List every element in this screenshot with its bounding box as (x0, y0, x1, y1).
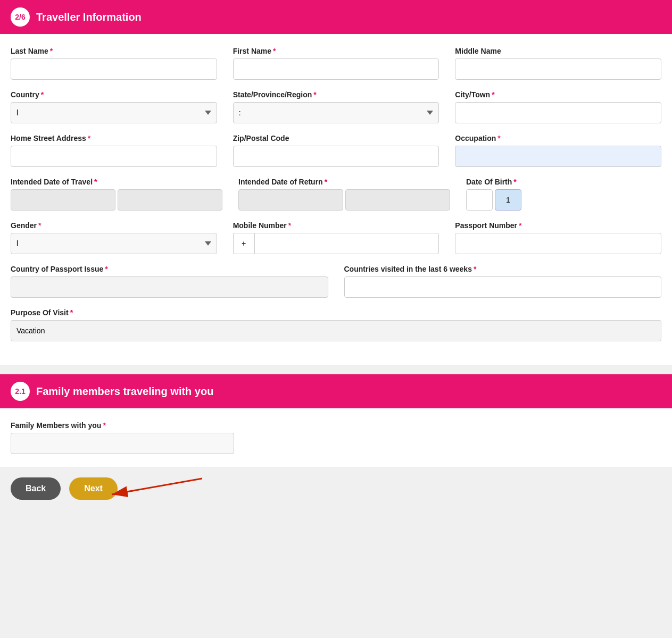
dates-row: Intended Date of Travel* Intended Date o… (11, 178, 661, 211)
state-label: State/Province/Region* (233, 90, 439, 99)
passport-number-required: * (519, 221, 521, 230)
country-label: Country* (11, 90, 217, 99)
return-date-field1[interactable] (238, 189, 343, 211)
gender-label: Gender* (11, 221, 217, 230)
first-name-group: First Name* (233, 47, 439, 80)
passport-country-select[interactable] (11, 276, 328, 298)
mobile-input[interactable] (254, 233, 439, 254)
purpose-select[interactable]: Vacation Business Education Medical (11, 320, 661, 341)
middle-name-input[interactable] (455, 58, 661, 80)
svg-line-1 (112, 478, 202, 494)
occupation-required: * (497, 134, 500, 142)
country-select[interactable]: l (11, 102, 217, 123)
zip-group: Zip/Postal Code (233, 134, 439, 167)
last-name-label: Last Name* (11, 47, 217, 55)
passport-country-group: Country of Passport Issue* (11, 265, 328, 298)
mobile-required: * (288, 221, 291, 230)
return-date-label: Intended Date of Return* (238, 178, 450, 186)
mobile-label: Mobile Number* (233, 221, 439, 230)
passport-number-input[interactable] (455, 233, 661, 254)
address-input[interactable] (11, 146, 217, 167)
step-badge-2-1: 2.1 (11, 382, 30, 401)
next-button-arrow (96, 473, 202, 505)
countries-visited-input[interactable] (344, 276, 662, 298)
traveller-info-form: Last Name* First Name* Middle Name (0, 34, 672, 365)
gender-mobile-row: Gender* l Male Female Other Mobile Numbe… (11, 221, 661, 254)
occupation-input[interactable] (455, 146, 661, 167)
passport-country-label: Country of Passport Issue* (11, 265, 328, 273)
zip-input[interactable] (233, 146, 439, 167)
family-members-group: Family Members with you* 0 1 2 3 4 5+ (11, 421, 234, 454)
gender-group: Gender* l Male Female Other (11, 221, 217, 254)
address-group: Home Street Address* (11, 134, 217, 167)
first-name-input[interactable] (233, 58, 439, 80)
city-label: City/Town* (455, 90, 661, 99)
passport-country-required: * (105, 265, 107, 273)
purpose-required: * (70, 308, 73, 317)
state-required: * (313, 90, 316, 99)
occupation-label: Occupation* (455, 134, 661, 142)
passport-number-group: Passport Number* (455, 221, 661, 254)
zip-label: Zip/Postal Code (233, 134, 439, 142)
family-header: 2.1 Family members traveling with you (0, 374, 672, 408)
address-label: Home Street Address* (11, 134, 217, 142)
state-group: State/Province/Region* : (233, 90, 439, 123)
phone-input-group: + (233, 233, 439, 254)
travel-date-label: Intended Date of Travel* (11, 178, 222, 186)
traveller-info-header: 2/6 Traveller Information (0, 0, 672, 34)
location-row: Country* l State/Province/Region* : City… (11, 90, 661, 123)
travel-date-field2[interactable] (118, 189, 222, 211)
last-name-required: * (50, 47, 53, 55)
mobile-group: Mobile Number* + (233, 221, 439, 254)
name-row: Last Name* First Name* Middle Name (11, 47, 661, 80)
phone-prefix: + (233, 233, 254, 254)
last-name-group: Last Name* (11, 47, 217, 80)
state-select[interactable]: : (233, 102, 439, 123)
dob-inputs: 12 1234 5678 9101112 (466, 189, 661, 211)
section-title: Traveller Information (36, 11, 142, 23)
footer-area: Back Next (0, 467, 672, 510)
countries-visited-required: * (474, 265, 476, 273)
purpose-row: Purpose Of Visit* Vacation Business Educ… (11, 308, 661, 341)
family-members-select[interactable]: 0 1 2 3 4 5+ (11, 433, 234, 454)
family-members-label: Family Members with you* (11, 421, 234, 430)
countries-visited-group: Countries visited in the last 6 weeks* (344, 265, 662, 298)
family-section-title: Family members traveling with you (36, 385, 213, 398)
travel-date-inputs (11, 189, 222, 211)
first-name-label: First Name* (233, 47, 439, 55)
address-required: * (88, 134, 90, 142)
dob-label: Date Of Birth* (466, 178, 661, 186)
gender-select[interactable]: l Male Female Other (11, 233, 217, 254)
return-date-group: Intended Date of Return* (238, 178, 450, 211)
travel-date-group: Intended Date of Travel* (11, 178, 222, 211)
family-form-area: Family Members with you* 0 1 2 3 4 5+ (0, 408, 672, 467)
city-input[interactable] (455, 102, 661, 123)
gender-required: * (38, 221, 41, 230)
dob-month-select[interactable]: 1234 5678 9101112 (495, 189, 521, 211)
back-button[interactable]: Back (11, 477, 61, 500)
travel-date-field1[interactable] (11, 189, 115, 211)
return-date-inputs (238, 189, 450, 211)
dob-required: * (513, 178, 516, 186)
return-date-field2[interactable] (345, 189, 450, 211)
family-section: 2.1 Family members traveling with you Fa… (0, 374, 672, 467)
dob-day-input[interactable]: 12 (466, 189, 493, 211)
middle-name-label: Middle Name (455, 47, 661, 55)
middle-name-group: Middle Name (455, 47, 661, 80)
passport-row: Country of Passport Issue* Countries vis… (11, 265, 661, 298)
separator (0, 365, 672, 369)
family-members-required: * (103, 421, 105, 430)
purpose-group: Purpose Of Visit* Vacation Business Educ… (11, 308, 661, 341)
country-required: * (41, 90, 44, 99)
step-badge-2-6: 2/6 (11, 7, 30, 27)
countries-visited-label: Countries visited in the last 6 weeks* (344, 265, 662, 273)
first-name-required: * (273, 47, 276, 55)
city-group: City/Town* (455, 90, 661, 123)
country-group: Country* l (11, 90, 217, 123)
purpose-label: Purpose Of Visit* (11, 308, 661, 317)
last-name-input[interactable] (11, 58, 217, 80)
passport-number-label: Passport Number* (455, 221, 661, 230)
return-date-required: * (325, 178, 327, 186)
travel-date-required: * (94, 178, 97, 186)
city-required: * (492, 90, 494, 99)
